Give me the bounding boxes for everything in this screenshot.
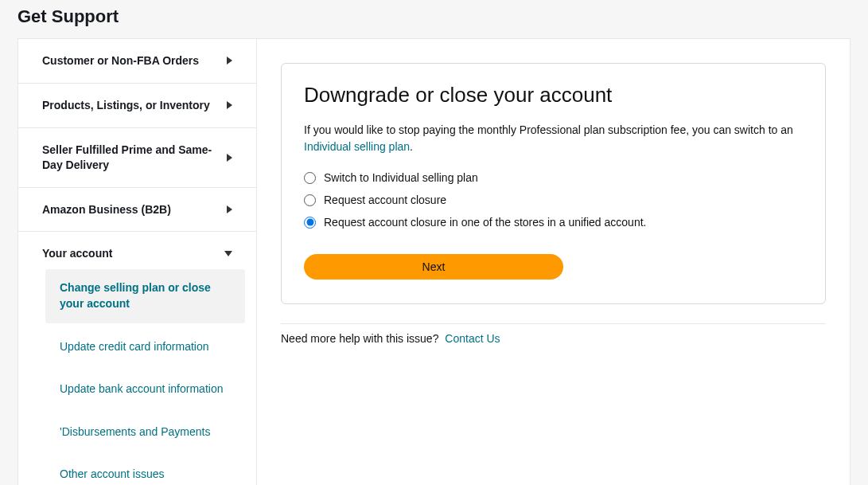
subitem-other-issues[interactable]: Other account issues bbox=[45, 456, 245, 485]
sidebar: Customer or Non-FBA Orders Products, Lis… bbox=[18, 39, 257, 485]
sidebar-item-your-account[interactable]: Your account bbox=[18, 232, 256, 269]
sidebar-item-label: Seller Fulfilled Prime and Same-Day Deli… bbox=[42, 143, 217, 173]
desc-suffix: . bbox=[410, 140, 413, 153]
option-label: Switch to Individual selling plan bbox=[324, 171, 478, 184]
desc-text: If you would like to stop paying the mon… bbox=[304, 123, 793, 136]
chevron-right-icon bbox=[227, 57, 232, 65]
downgrade-card: Downgrade or close your account If you w… bbox=[281, 63, 826, 304]
radio-icon bbox=[304, 172, 316, 184]
sidebar-item-sfp[interactable]: Seller Fulfilled Prime and Same-Day Deli… bbox=[18, 128, 256, 188]
support-layout: Customer or Non-FBA Orders Products, Lis… bbox=[18, 38, 850, 485]
sidebar-item-label: Customer or Non-FBA Orders bbox=[42, 53, 199, 68]
subitem-change-plan[interactable]: Change selling plan or close your accoun… bbox=[45, 269, 245, 323]
radio-icon bbox=[304, 217, 316, 229]
option-label: Request account closure in one of the st… bbox=[324, 216, 646, 229]
individual-plan-link[interactable]: Individual selling plan bbox=[304, 140, 410, 153]
option-close-account[interactable]: Request account closure bbox=[304, 189, 803, 211]
chevron-right-icon bbox=[227, 154, 232, 162]
page-title: Get Support bbox=[18, 6, 850, 27]
subitem-disbursements[interactable]: 'Disbursements and Payments bbox=[45, 413, 245, 452]
option-close-unified-store[interactable]: Request account closure in one of the st… bbox=[304, 211, 803, 233]
main-panel: Downgrade or close your account If you w… bbox=[257, 39, 850, 485]
panel-heading: Downgrade or close your account bbox=[304, 83, 803, 108]
subitem-update-card[interactable]: Update credit card information bbox=[45, 328, 245, 366]
contact-us-link[interactable]: Contact Us bbox=[445, 332, 500, 345]
sidebar-item-products-listings[interactable]: Products, Listings, or Inventory bbox=[18, 84, 256, 128]
sidebar-item-customer-orders[interactable]: Customer or Non-FBA Orders bbox=[18, 39, 256, 84]
sidebar-item-label: Your account bbox=[42, 246, 112, 261]
sidebar-sublist: Change selling plan or close your accoun… bbox=[18, 269, 256, 485]
option-label: Request account closure bbox=[324, 194, 446, 206]
option-switch-individual[interactable]: Switch to Individual selling plan bbox=[304, 166, 803, 189]
sidebar-item-label: Products, Listings, or Inventory bbox=[42, 98, 210, 113]
chevron-right-icon bbox=[227, 101, 232, 109]
sidebar-item-label: Amazon Business (B2B) bbox=[42, 202, 171, 217]
chevron-right-icon bbox=[227, 205, 232, 213]
next-button[interactable]: Next bbox=[304, 254, 563, 280]
chevron-down-icon bbox=[224, 251, 232, 256]
subitem-update-bank[interactable]: Update bank account information bbox=[45, 370, 245, 409]
help-prompt: Need more help with this issue? bbox=[281, 332, 438, 345]
options-group: Switch to Individual selling plan Reques… bbox=[304, 166, 803, 233]
help-line: Need more help with this issue? Contact … bbox=[281, 323, 826, 345]
panel-description: If you would like to stop paying the mon… bbox=[304, 122, 803, 155]
radio-icon bbox=[304, 194, 316, 206]
sidebar-item-b2b[interactable]: Amazon Business (B2B) bbox=[18, 188, 256, 233]
